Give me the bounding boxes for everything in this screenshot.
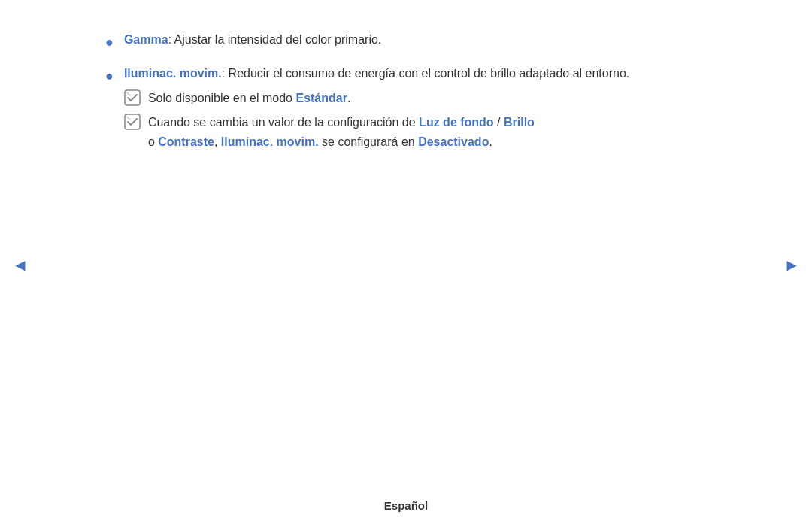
bullet-item-gamma: ● Gamma: Ajustar la intensidad del color… <box>105 30 707 53</box>
note2-brillo-link: Brillo <box>504 116 535 129</box>
bullet-list: ● Gamma: Ajustar la intensidad del color… <box>105 30 707 151</box>
note2-iluminac-link: Iluminac. movim. <box>221 135 319 148</box>
bullet-text-gamma: Gamma: Ajustar la intensidad del color p… <box>124 30 707 50</box>
bullet-dot-1: ● <box>105 32 114 53</box>
note-item-1: Solo disponible en el modo Estándar. <box>124 89 707 108</box>
note2-contraste-link: Contraste <box>158 135 214 148</box>
bullet-text-iluminac: Iluminac. movim.: Reducir el consumo de … <box>124 64 707 151</box>
bullet-dot-2: ● <box>105 65 114 87</box>
note-icon-1 <box>124 89 141 106</box>
gamma-description: : Ajustar la intensidad del color primar… <box>168 33 382 46</box>
gamma-link: Gamma <box>124 33 168 46</box>
note2-desactivado-link: Desactivado <box>418 135 489 148</box>
note2-separator: / <box>494 116 504 129</box>
note1-estandar-link: Estándar <box>295 92 347 104</box>
footer-language: Español <box>384 499 428 512</box>
iluminac-link: Iluminac. movim. <box>124 67 222 80</box>
iluminac-description: : Reducir el consumo de energía con el c… <box>222 67 630 80</box>
note2-luzdefondo-link: Luz de fondo <box>419 116 494 129</box>
note2-prefix: Cuando se cambia un valor de la configur… <box>148 116 419 129</box>
note2-mid2: , <box>214 135 221 148</box>
note-text-1: Solo disponible en el modo Estándar. <box>148 89 707 108</box>
nav-arrow-left[interactable]: ◄ <box>12 256 29 275</box>
note2-mid: o <box>148 135 158 148</box>
bullet-item-iluminac: ● Iluminac. movim.: Reducir el consumo d… <box>105 64 707 151</box>
note1-suffix: . <box>347 92 350 104</box>
note2-suffix: se configurará en <box>319 135 419 148</box>
note-text-2: Cuando se cambia un valor de la configur… <box>148 113 707 151</box>
note-icon-2 <box>124 114 141 130</box>
note-item-2: Cuando se cambia un valor de la configur… <box>124 113 707 151</box>
notes-block: Solo disponible en el modo Estándar. <box>124 89 707 151</box>
main-content: ● Gamma: Ajustar la intensidad del color… <box>45 0 767 184</box>
note2-end: . <box>489 135 492 148</box>
note1-prefix: Solo disponible en el modo <box>148 92 296 104</box>
nav-arrow-right[interactable]: ► <box>783 256 800 275</box>
